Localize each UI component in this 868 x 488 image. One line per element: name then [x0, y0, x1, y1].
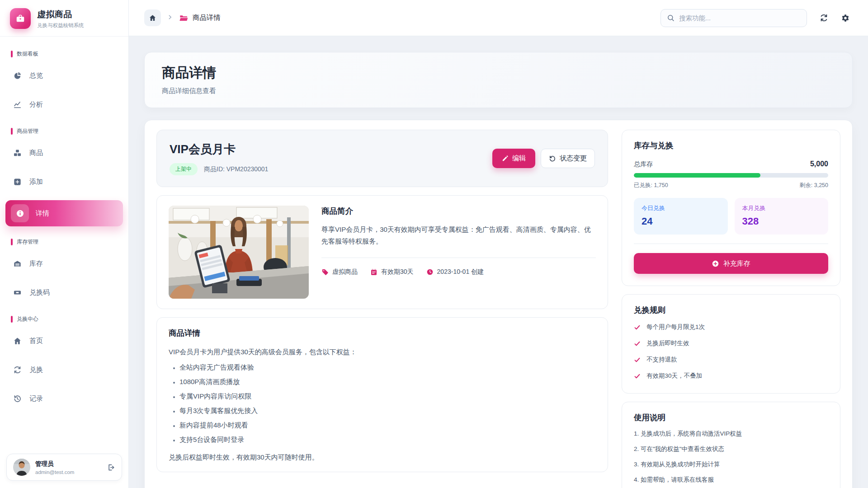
total-stock-value: 5,000	[810, 160, 828, 168]
plus-circle-icon	[712, 260, 719, 267]
divider	[634, 244, 828, 244]
check-icon	[634, 373, 641, 380]
redeemed-label: 已兑换: 1,750	[634, 182, 668, 189]
sidebar-item-products[interactable]: 商品	[5, 141, 123, 164]
plus-square-icon	[13, 178, 22, 186]
chevron-right-icon	[167, 14, 173, 22]
product-details-card: 商品详情 VIP会员月卡为用户提供30天的高级会员服务，包含以下权益： 全站内容…	[156, 317, 608, 472]
rule-item: 每个用户每月限兑1次	[634, 323, 828, 332]
total-stock-label: 总库存	[634, 160, 653, 169]
section-bar	[11, 316, 13, 323]
sidebar-nav: 数据看板 总览 分析 商品管理 商品 添加 详情	[0, 37, 128, 447]
left-column: VIP会员月卡 上架中 商品ID: VPM20230001 编辑	[156, 130, 608, 488]
section-label-dashboard: 数据看板	[11, 50, 118, 58]
warehouse-icon	[13, 259, 22, 268]
product-name: VIP会员月卡	[170, 141, 268, 157]
section-label-inventory: 库存管理	[11, 238, 118, 246]
instructions-title: 使用说明	[634, 412, 828, 423]
content: 商品详情 商品详细信息查看 VIP会员月卡 上架中 商品ID: VPM20230…	[129, 36, 868, 488]
folder-icon	[179, 14, 188, 23]
inventory-title: 库存与兑换	[634, 140, 828, 151]
gear-icon[interactable]	[841, 14, 850, 23]
user-email: admin@test.com	[35, 469, 102, 475]
pencil-icon	[502, 155, 509, 162]
rotate-ccw-icon	[549, 155, 556, 162]
sidebar-item-home[interactable]: 首页	[5, 329, 123, 352]
page-subtitle: 商品详细信息查看	[162, 87, 835, 95]
history-icon	[13, 394, 22, 403]
detail-bullet: 支持5台设备同时登录	[179, 436, 596, 444]
sidebar-item-overview[interactable]: 总览	[5, 64, 123, 87]
app-brand: 虚拟商品 兑换与权益核销系统	[0, 0, 128, 37]
details-footer: 兑换后权益即时生效，有效期30天内可随时使用。	[169, 453, 596, 462]
check-icon	[634, 324, 641, 331]
refresh-icon[interactable]	[820, 14, 828, 22]
tag-icon	[321, 268, 329, 276]
remaining-label: 剩余: 3,250	[800, 182, 828, 189]
app-subtitle: 兑换与权益核销系统	[37, 22, 84, 29]
instructions-list: 1. 兑换成功后，系统将自动激活VIP权益2. 可在"我的权益"中查看生效状态3…	[634, 429, 828, 485]
section-bar	[11, 128, 13, 135]
today-stat-card: 今日兑换 24	[634, 198, 728, 235]
rules-title: 兑换规则	[634, 305, 828, 315]
sidebar-item-add[interactable]: 添加	[5, 170, 123, 193]
details-list: 全站内容无广告观看体验1080P高清画质播放专属VIP内容库访问权限每月3次专属…	[179, 363, 596, 444]
check-icon	[634, 357, 641, 363]
edit-button[interactable]: 编辑	[492, 149, 535, 168]
stock-progress-fill	[634, 173, 760, 178]
breadcrumb-home-button[interactable]	[144, 9, 161, 26]
sidebar-item-details[interactable]: 详情	[5, 200, 123, 226]
product-intro-card: 商品简介 尊享VIP会员月卡，30天有效期内可享受专属权益：免广告观看、高清画质…	[156, 195, 608, 309]
sidebar-item-exchange[interactable]: 兑换	[5, 358, 123, 381]
sidebar-item-stock[interactable]: 库存	[5, 252, 123, 275]
rule-item: 不支持退款	[634, 356, 828, 364]
sidebar-item-analysis[interactable]: 分析	[5, 93, 123, 116]
check-icon	[634, 340, 641, 347]
section-label-exchange: 兑换中心	[11, 315, 118, 323]
section-label-products: 商品管理	[11, 127, 118, 135]
product-header-card: VIP会员月卡 上架中 商品ID: VPM20230001 编辑	[156, 130, 608, 187]
intro-text: 尊享VIP会员月卡，30天有效期内可享受专属权益：免广告观看、高清画质、专属内容…	[321, 224, 596, 248]
sidebar-item-records[interactable]: 记录	[5, 387, 123, 410]
month-stat-value: 328	[742, 216, 821, 227]
meta-row: 虚拟商品 有效期30天 2023-10-01 创建	[321, 268, 596, 276]
restock-button[interactable]: 补充库存	[634, 253, 828, 274]
detail-bullet: 1080P高清画质播放	[179, 378, 596, 386]
instruction-item: 3. 有效期从兑换成功时开始计算	[634, 460, 828, 469]
sidebar-item-codes[interactable]: 兑换码	[5, 281, 123, 304]
search-input[interactable]	[679, 14, 801, 22]
detail-bullet: 全站内容无广告观看体验	[179, 363, 596, 372]
detail-bullet: 每月3次专属客服优先接入	[179, 407, 596, 415]
divider	[321, 258, 596, 258]
user-card[interactable]: 管理员 admin@test.com	[6, 454, 122, 481]
logout-icon[interactable]	[107, 463, 115, 472]
line-chart-icon	[13, 100, 22, 109]
page-header: 商品详情 商品详细信息查看	[144, 52, 853, 108]
boxes-icon	[13, 149, 22, 157]
meta-type: 虚拟商品	[321, 268, 358, 276]
product-image	[169, 206, 309, 299]
briefcase-logo-icon	[10, 8, 31, 29]
instructions-card: 使用说明 1. 兑换成功后，系统将自动激活VIP权益2. 可在"我的权益"中查看…	[622, 402, 840, 488]
instruction-item: 4. 如需帮助，请联系在线客服	[634, 475, 828, 484]
meta-created: 2023-10-01 创建	[426, 268, 484, 276]
rule-item: 有效期30天，不叠加	[634, 372, 828, 380]
meta-validity: 有效期30天	[370, 268, 414, 276]
pie-chart-icon	[13, 71, 22, 80]
refresh-icon	[13, 366, 22, 374]
status-change-button[interactable]: 状态变更	[541, 149, 595, 168]
section-bar	[11, 239, 13, 245]
product-id: 商品ID: VPM20230001	[204, 165, 268, 174]
month-stat-label: 本月兑换	[742, 204, 821, 212]
topbar: 商品详情	[129, 0, 868, 36]
section-bar	[11, 51, 13, 57]
page-title: 商品详情	[162, 64, 835, 82]
app-title: 虚拟商品	[37, 9, 84, 20]
clock-icon	[426, 268, 434, 276]
detail-panel: VIP会员月卡 上架中 商品ID: VPM20230001 编辑	[144, 120, 853, 488]
main-area: 商品详情 商品详情 商品详细信息查看	[129, 0, 868, 488]
home-icon	[149, 14, 156, 22]
calendar-icon	[370, 268, 377, 276]
stock-progress	[634, 173, 828, 178]
rules-card: 兑换规则 每个用户每月限兑1次 兑换后即时生效	[622, 294, 840, 394]
